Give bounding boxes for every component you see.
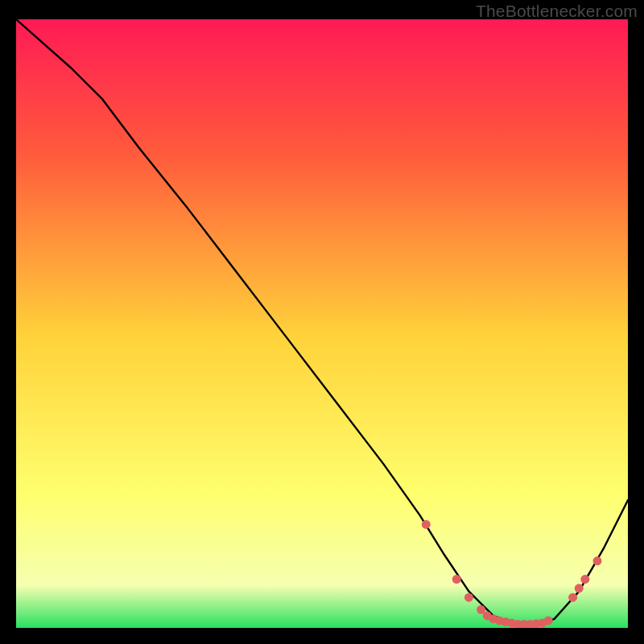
- watermark-text: TheBottlenecker.com: [476, 2, 638, 21]
- marker-point: [580, 575, 589, 584]
- gradient-background: [16, 19, 628, 628]
- marker-point: [568, 593, 577, 602]
- marker-point: [544, 616, 553, 625]
- plot-frame: [16, 19, 628, 628]
- chart-canvas: TheBottlenecker.com: [0, 0, 644, 644]
- marker-point: [452, 575, 461, 584]
- marker-point: [575, 584, 584, 592]
- marker-point: [464, 593, 473, 602]
- plot-svg: [16, 19, 628, 628]
- marker-point: [593, 556, 602, 565]
- marker-point: [422, 520, 431, 529]
